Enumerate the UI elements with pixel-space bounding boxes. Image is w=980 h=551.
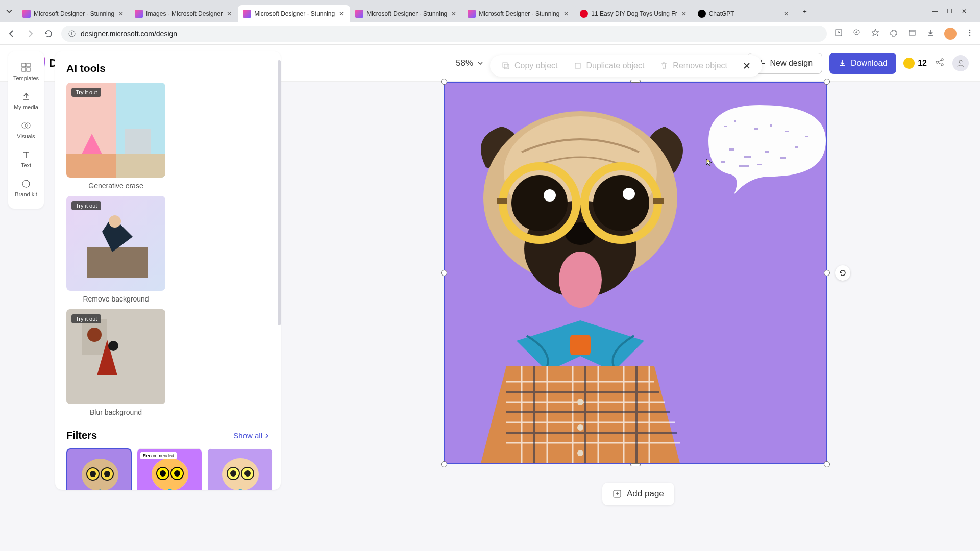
svg-rect-23 [87, 247, 148, 278]
reading-list-icon[interactable] [908, 28, 917, 39]
credits-indicator[interactable]: 12 [903, 58, 927, 69]
resize-handle[interactable] [824, 270, 830, 276]
minimize-icon[interactable]: — [932, 8, 938, 15]
rail-text[interactable]: Text [8, 144, 44, 173]
browser-tab[interactable]: Microsoft Designer - Stunning✕ [17, 5, 130, 22]
canvas[interactable] [444, 82, 827, 464]
browser-tab[interactable]: Images - Microsoft Designer✕ [130, 5, 238, 22]
svg-rect-57 [574, 198, 586, 205]
svg-point-45 [244, 470, 251, 477]
close-icon[interactable]: ✕ [226, 10, 233, 17]
resize-handle[interactable] [630, 80, 641, 83]
svg-point-66 [577, 424, 583, 431]
bookmark-icon[interactable] [871, 28, 880, 39]
resize-handle[interactable] [824, 461, 830, 467]
show-all-filters[interactable]: Show all [233, 431, 270, 440]
speech-bubble[interactable] [698, 100, 826, 197]
browser-tab[interactable]: Microsoft Designer - Stunning✕ [462, 5, 575, 22]
tool-blur-background[interactable]: Try it out Blur background [66, 309, 165, 416]
tool-remove-background[interactable]: Try it out Remove background [66, 196, 165, 303]
back-icon[interactable] [6, 28, 17, 39]
share-icon[interactable] [934, 57, 945, 70]
filter-light[interactable]: Light [207, 448, 273, 490]
browser-tab[interactable]: Microsoft Designer - Stunning✕ [238, 5, 350, 22]
svg-point-61 [593, 175, 649, 231]
svg-point-33 [104, 471, 110, 477]
close-icon[interactable]: ✕ [782, 10, 790, 17]
account-button[interactable] [952, 55, 969, 71]
rotate-handle[interactable] [835, 265, 850, 281]
download-button[interactable]: Download [829, 53, 896, 74]
rail-my-media[interactable]: My media [8, 86, 44, 115]
svg-point-10 [941, 58, 943, 60]
menu-icon[interactable] [966, 29, 974, 39]
reload-icon[interactable] [43, 28, 54, 39]
svg-point-17 [22, 123, 27, 128]
browser-tab[interactable]: Microsoft Designer - Stunning✕ [350, 5, 462, 22]
forward-icon[interactable] [24, 28, 36, 39]
profile-avatar[interactable] [944, 28, 957, 40]
svg-rect-58 [497, 198, 507, 204]
svg-rect-81 [757, 164, 762, 165]
close-icon[interactable]: ✕ [680, 10, 688, 17]
svg-point-60 [511, 175, 568, 231]
svg-point-62 [544, 189, 556, 202]
close-window-icon[interactable]: ✕ [962, 8, 967, 15]
svg-rect-80 [739, 165, 749, 167]
address-bar[interactable]: designer.microsoft.com/design [61, 26, 827, 42]
filter-punch[interactable]: Recommended Punch [137, 448, 202, 490]
close-icon[interactable]: ✕ [562, 10, 570, 17]
svg-rect-14 [27, 63, 30, 67]
svg-point-18 [25, 123, 30, 128]
svg-point-24 [109, 215, 121, 228]
svg-point-9 [936, 61, 938, 63]
extensions-icon[interactable] [889, 28, 898, 39]
browser-tab[interactable]: 11 Easy DIY Dog Toys Using Fr✕ [575, 5, 692, 22]
filter-normal[interactable]: Normal [66, 448, 132, 490]
duplicate-object-button[interactable]: Duplicate object [573, 61, 645, 70]
svg-point-67 [577, 450, 583, 456]
svg-point-12 [959, 60, 962, 63]
install-icon[interactable] [834, 28, 843, 39]
rail-visuals[interactable]: Visuals [8, 115, 44, 144]
resize-handle[interactable] [441, 461, 447, 467]
svg-rect-2 [71, 33, 72, 35]
browser-tab[interactable]: ChatGPT✕ [693, 5, 795, 22]
zoom-icon[interactable] [852, 28, 862, 39]
close-icon[interactable]: ✕ [117, 10, 125, 17]
left-rail: Templates My media Visuals Text Brand ki… [8, 51, 44, 209]
canvas-image-pug[interactable] [450, 96, 716, 463]
svg-point-1 [71, 32, 72, 33]
svg-rect-21 [116, 154, 165, 178]
resize-handle[interactable] [824, 79, 830, 85]
svg-rect-71 [770, 124, 772, 127]
new-tab-button[interactable]: ＋ [798, 4, 812, 18]
svg-point-11 [941, 63, 943, 65]
site-info-icon[interactable] [68, 30, 76, 37]
rail-templates[interactable]: Templates [8, 57, 44, 86]
svg-rect-76 [780, 157, 786, 159]
downloads-icon[interactable] [926, 28, 935, 39]
resize-handle[interactable] [630, 463, 641, 466]
svg-rect-70 [754, 128, 758, 130]
close-icon[interactable]: ✕ [450, 10, 457, 17]
zoom-dropdown[interactable]: 58% [456, 58, 483, 68]
tab-search-button[interactable] [4, 6, 14, 16]
svg-rect-49 [575, 63, 580, 68]
canvas-selection[interactable] [444, 82, 827, 464]
remove-object-button[interactable]: Remove object [659, 61, 727, 70]
close-toolbar-button[interactable] [743, 62, 751, 70]
resize-handle[interactable] [441, 270, 447, 276]
tool-generative-erase[interactable]: Try it out Generative erase [66, 83, 165, 190]
close-icon[interactable]: ✕ [338, 10, 345, 17]
rail-brand-kit[interactable]: Brand kit [8, 173, 44, 203]
resize-handle[interactable] [441, 79, 447, 85]
svg-rect-75 [765, 151, 769, 153]
plus-square-icon [612, 489, 622, 498]
browser-tab-strip: Microsoft Designer - Stunning✕ Images - … [0, 0, 980, 22]
svg-point-65 [577, 399, 583, 405]
copy-object-button[interactable]: Copy object [501, 61, 558, 70]
svg-rect-20 [66, 154, 116, 178]
maximize-icon[interactable]: ☐ [947, 8, 952, 15]
add-page-button[interactable]: Add page [602, 483, 674, 505]
